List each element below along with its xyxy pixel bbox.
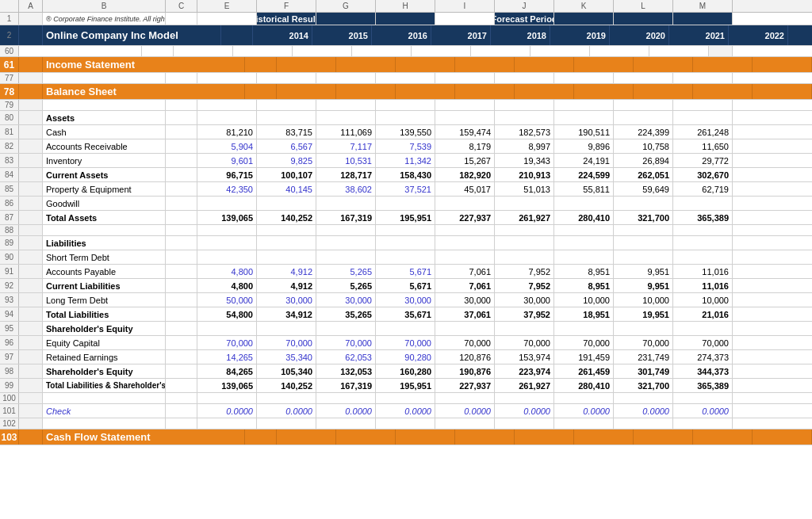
ppe-2017: 37,521	[376, 182, 435, 196]
ca-2022: 302,670	[673, 168, 733, 181]
re-2017: 90,280	[376, 350, 435, 364]
inv-2018: 15,267	[435, 154, 495, 167]
ar-2019: 8,997	[495, 139, 554, 153]
rownum-92: 92	[0, 279, 19, 292]
row-1: 1 ® Corporate Finance Institute. All rig…	[0, 13, 812, 25]
row-79: 79	[0, 100, 812, 111]
col-header-rownum	[0, 0, 19, 12]
ar-2018: 8,179	[435, 139, 495, 153]
rownum-87: 87	[0, 211, 19, 224]
ec-2017: 70,000	[376, 336, 435, 349]
rownum-2: 2	[0, 25, 19, 45]
col-header-a: A	[19, 0, 43, 12]
ar-2022: 11,650	[673, 139, 733, 153]
tl-2017: 35,671	[376, 307, 435, 321]
inv-2022: 29,772	[673, 154, 733, 167]
rownum-78: 78	[0, 84, 19, 99]
ta-2017: 195,951	[376, 211, 435, 224]
ar-2016: 7,117	[316, 139, 376, 153]
ta-2015: 140,252	[257, 211, 316, 224]
ta-2016: 167,319	[316, 211, 376, 224]
col-header-e: E	[197, 0, 257, 12]
ltd-2019: 30,000	[495, 293, 554, 307]
year-2022: 2022	[729, 25, 788, 45]
check-label: Check	[43, 404, 166, 418]
forecast-header-3	[614, 13, 673, 25]
row-91: 91 Accounts Payable 4,800 4,912 5,265 5,…	[0, 265, 812, 279]
row-95: 95 Shareholder's Equity	[0, 322, 812, 336]
se-2019: 223,974	[495, 364, 554, 378]
cash-2014: 81,210	[197, 125, 257, 139]
row-98: 98 Shareholder's Equity 84,265 105,340 1…	[0, 364, 812, 379]
inventory-label: Inventory	[43, 154, 166, 167]
ta-2018: 227,937	[435, 211, 495, 224]
ta-2022: 365,389	[673, 211, 733, 224]
year-2017: 2017	[431, 25, 491, 45]
tl-2021: 19,951	[614, 307, 673, 321]
ltd-2022: 10,000	[673, 293, 733, 307]
re-2022: 274,373	[673, 350, 733, 364]
ppe-2020: 55,811	[554, 182, 614, 196]
check-2016: 0.0000	[316, 404, 376, 418]
ppe-2022: 62,719	[673, 182, 733, 196]
check-2014: 0.0000	[197, 404, 257, 418]
col-header-b: B	[43, 0, 166, 12]
rownum-60: 60	[0, 46, 19, 56]
row-89: 89 Liabilities	[0, 236, 812, 250]
cash-2022: 261,248	[673, 125, 733, 139]
hist-header-3	[376, 13, 435, 25]
copyright-text: ® Corporate Finance Institute. All right…	[43, 13, 166, 25]
se-2018: 190,876	[435, 364, 495, 378]
tl-2019: 37,952	[495, 307, 554, 321]
ap-2015: 4,912	[257, 265, 316, 278]
row-80: 80 Assets	[0, 111, 812, 125]
hist-header-2	[316, 13, 376, 25]
ppe-2019: 51,013	[495, 182, 554, 196]
tl-label: Total Liabilities	[43, 307, 166, 321]
check-2020: 0.0000	[554, 404, 614, 418]
row-2: 2 Online Company Inc Model 2014 2015 201…	[0, 25, 812, 46]
row-93: 93 Long Term Debt 50,000 30,000 30,000 3…	[0, 293, 812, 307]
rownum-79: 79	[0, 100, 19, 110]
inv-2021: 26,894	[614, 154, 673, 167]
re-2020: 191,459	[554, 350, 614, 364]
cash-2021: 224,399	[614, 125, 673, 139]
ec-2016: 70,000	[316, 336, 376, 349]
rownum-84: 84	[0, 168, 19, 181]
ca-2018: 182,920	[435, 168, 495, 181]
row-92: 92 Current Liabilities 4,800 4,912 5,265…	[0, 279, 812, 293]
year-2014: 2014	[253, 25, 312, 45]
tl-2022: 21,016	[673, 307, 733, 321]
current-assets-label: Current Assets	[43, 168, 166, 181]
inv-2016: 10,531	[316, 154, 376, 167]
ca-2016: 128,717	[316, 168, 376, 181]
se-label: Shareholder's Equity	[43, 364, 166, 378]
ap-2020: 8,951	[554, 265, 614, 278]
re-2015: 35,340	[257, 350, 316, 364]
inv-2019: 19,343	[495, 154, 554, 167]
tlse-2017: 195,951	[376, 379, 435, 392]
ta-2020: 280,410	[554, 211, 614, 224]
ar-2021: 10,758	[614, 139, 673, 153]
rownum-91: 91	[0, 265, 19, 278]
ltd-2021: 10,000	[614, 293, 673, 307]
rownum-83: 83	[0, 154, 19, 167]
rownum-77: 77	[0, 73, 19, 83]
rownum-103: 103	[0, 429, 19, 445]
spreadsheet: A B C E F G H I J K L M 1 ® Corporate Fi…	[0, 0, 812, 445]
goodwill-label: Goodwill	[43, 197, 166, 210]
row-83: 83 Inventory 9,601 9,825 10,531 11,342 1…	[0, 154, 812, 168]
check-2021: 0.0000	[614, 404, 673, 418]
check-2017: 0.0000	[376, 404, 435, 418]
ap-2017: 5,671	[376, 265, 435, 278]
forecast-header-4	[673, 13, 733, 25]
ar-2017: 7,539	[376, 139, 435, 153]
tlse-2019: 261,927	[495, 379, 554, 392]
ec-2022: 70,000	[673, 336, 733, 349]
liabilities-label: Liabilities	[43, 236, 166, 250]
row-102: 102	[0, 418, 812, 429]
ap-2014: 4,800	[197, 265, 257, 278]
ap-2019: 7,952	[495, 265, 554, 278]
ec-2018: 70,000	[435, 336, 495, 349]
row-77: 77	[0, 73, 812, 84]
